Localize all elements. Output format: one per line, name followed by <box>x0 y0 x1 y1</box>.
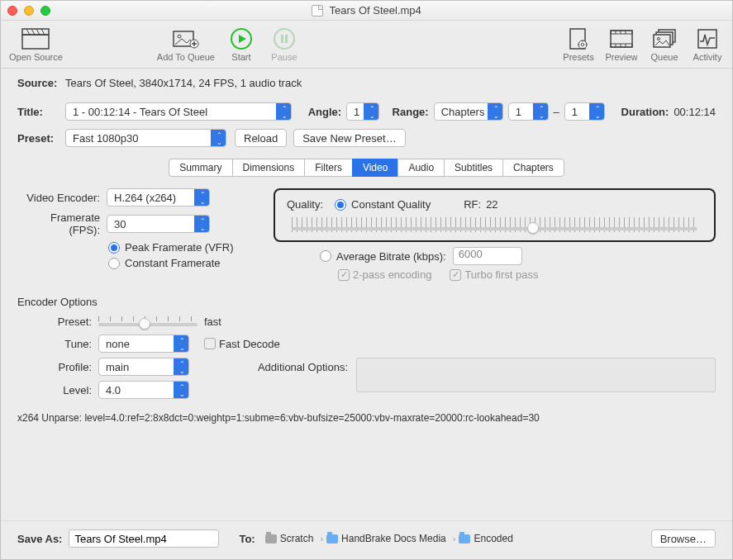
svg-rect-15 <box>285 35 288 43</box>
svg-line-5 <box>41 29 45 35</box>
video-encoder-label: Video Encoder: <box>17 192 100 204</box>
tune-select[interactable]: none <box>98 335 189 353</box>
chevron-right-icon: › <box>453 534 456 543</box>
reload-button[interactable]: Reload <box>235 129 287 147</box>
tab-summary[interactable]: Summary <box>169 159 231 177</box>
svg-point-7 <box>178 35 181 38</box>
two-pass-checkbox[interactable]: 2-pass encoding <box>338 268 431 281</box>
minimize-button[interactable] <box>24 6 34 16</box>
film-icon <box>605 26 638 51</box>
title-label: Title: <box>17 106 60 118</box>
tab-filters[interactable]: Filters <box>304 159 352 177</box>
enc-preset-slider[interactable] <box>98 313 198 330</box>
tune-label: Tune: <box>17 338 92 350</box>
radio-icon <box>108 258 120 269</box>
level-select[interactable]: 4.0 <box>98 381 189 399</box>
pause-button[interactable]: Pause <box>268 26 301 62</box>
average-bitrate-radio[interactable]: Average Bitrate (kbps): <box>320 250 446 263</box>
titlebar: Tears Of Steel.mp4 <box>1 1 732 21</box>
video-panel: Video Encoder: H.264 (x264) Framerate (F… <box>17 185 716 284</box>
svg-line-3 <box>31 29 35 35</box>
preset-label: Preset: <box>17 132 60 145</box>
encoder-options-title: Encoder Options <box>17 296 716 308</box>
additional-opts-label: Additional Options: <box>232 358 348 373</box>
constant-quality-radio[interactable]: Constant Quality <box>335 198 431 211</box>
quality-label: Quality: <box>287 198 323 211</box>
folder-icon <box>459 534 470 543</box>
folder-icon <box>326 534 338 543</box>
svg-point-13 <box>274 29 294 49</box>
add-to-queue-button[interactable]: Add To Queue <box>157 26 215 62</box>
rf-value: 22 <box>486 198 497 211</box>
title-select[interactable]: 1 - 00:12:14 - Tears Of Steel <box>65 102 292 121</box>
slider-thumb[interactable] <box>527 222 539 234</box>
clapperboard-icon <box>19 26 52 51</box>
source-label: Source: <box>17 77 60 89</box>
range-label: Range: <box>393 106 429 118</box>
video-encoder-select[interactable]: H.264 (x264) <box>107 188 210 206</box>
radio-icon <box>335 199 346 211</box>
turbo-first-pass-checkbox[interactable]: Turbo first pass <box>450 268 538 281</box>
svg-marker-12 <box>239 35 246 43</box>
open-source-button[interactable]: Open Source <box>9 26 63 62</box>
checkbox-icon <box>450 269 461 281</box>
svg-line-4 <box>36 29 40 35</box>
zoom-button[interactable] <box>40 6 50 16</box>
fast-decode-checkbox[interactable]: Fast Decode <box>204 338 280 350</box>
save-as-input[interactable] <box>69 529 219 548</box>
document-icon <box>312 5 323 17</box>
angle-select[interactable]: 1 <box>346 102 379 121</box>
presets-button[interactable]: Presets <box>562 26 595 62</box>
checkbox-icon <box>204 338 216 349</box>
duration-label: Duration: <box>621 106 669 118</box>
slider-thumb[interactable] <box>139 318 150 330</box>
folder-icon <box>265 534 277 543</box>
bitrate-input[interactable]: 6000 <box>453 247 522 265</box>
range-mode-select[interactable]: Chapters <box>434 102 503 121</box>
play-icon <box>225 26 258 51</box>
tab-video[interactable]: Video <box>352 159 397 177</box>
tab-audio[interactable]: Audio <box>397 159 444 177</box>
preset-select[interactable]: Fast 1080p30 <box>65 129 226 147</box>
profile-select[interactable]: main <box>98 358 189 376</box>
browse-button[interactable]: Browse… <box>651 529 716 548</box>
encoder-options: Encoder Options Preset: fast Tune: none … <box>17 296 716 424</box>
source-info: Tears Of Steel, 3840x1714, 24 FPS, 1 aud… <box>65 77 302 89</box>
window-controls <box>7 6 50 16</box>
tab-chapters[interactable]: Chapters <box>502 159 564 177</box>
start-button[interactable]: Start <box>225 26 258 62</box>
range-dash: – <box>554 106 559 118</box>
rf-label: RF: <box>464 198 481 211</box>
peak-framerate-radio[interactable]: Peak Framerate (VFR) <box>108 241 264 254</box>
enc-preset-label: Preset: <box>17 316 92 328</box>
svg-rect-34 <box>654 35 670 47</box>
rf-slider[interactable] <box>292 217 697 232</box>
preview-button[interactable]: Preview <box>605 26 638 62</box>
checkbox-icon <box>338 269 350 281</box>
save-new-preset-button[interactable]: Save New Preset… <box>293 129 405 147</box>
queue-button[interactable]: Queue <box>648 26 681 62</box>
svg-rect-14 <box>281 35 283 43</box>
main-toolbar: Open Source Add To Queue Start Pause <box>1 21 732 69</box>
framerate-select[interactable]: 30 <box>107 215 210 233</box>
additional-opts-input[interactable] <box>356 358 716 392</box>
enc-preset-value: fast <box>204 316 221 328</box>
svg-rect-23 <box>611 31 632 47</box>
range-to-select[interactable]: 1 <box>564 102 605 121</box>
stack-icon <box>648 26 681 51</box>
window-title: Tears Of Steel.mp4 <box>1 4 732 17</box>
tab-dimensions[interactable]: Dimensions <box>232 159 305 177</box>
svg-rect-1 <box>22 29 49 35</box>
tab-subtitles[interactable]: Subtitles <box>444 159 502 177</box>
to-label: To: <box>239 533 255 545</box>
constant-framerate-radio[interactable]: Constant Framerate <box>108 257 264 269</box>
range-from-select[interactable]: 1 <box>508 102 549 121</box>
output-path[interactable]: Scratch › HandBrake Docs Media › Encoded <box>265 533 516 544</box>
framerate-label: Framerate (FPS): <box>17 211 100 236</box>
save-as-label: Save As: <box>17 533 62 545</box>
image-plus-icon <box>169 26 202 51</box>
close-button[interactable] <box>7 6 17 16</box>
duration-value: 00:12:14 <box>674 106 716 118</box>
activity-button[interactable]: Activity <box>691 26 724 62</box>
x264-unparse-text: x264 Unparse: level=4.0:ref=2:8x8dct=0:w… <box>17 412 716 424</box>
